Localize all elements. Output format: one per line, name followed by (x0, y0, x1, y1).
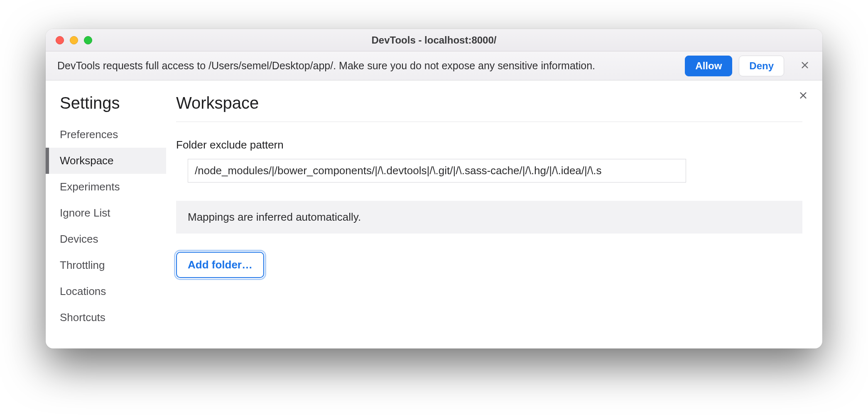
sidebar-item-label: Devices (60, 233, 98, 245)
sidebar-item-label: Experiments (60, 180, 120, 193)
access-request-bar: DevTools requests full access to /Users/… (46, 51, 822, 80)
dismiss-notification-button[interactable] (796, 57, 814, 75)
mappings-info: Mappings are inferred automatically. (176, 201, 802, 234)
sidebar-item-devices[interactable]: Devices (46, 226, 166, 252)
sidebar-item-locations[interactable]: Locations (46, 278, 166, 305)
sidebar-item-preferences[interactable]: Preferences (46, 122, 166, 148)
titlebar: DevTools - localhost:8000/ (46, 29, 822, 51)
panel-title: Workspace (176, 94, 802, 122)
minimize-window-button[interactable] (70, 36, 78, 44)
workspace-panel: Workspace Folder exclude pattern Mapping… (166, 80, 822, 348)
sidebar-item-experiments[interactable]: Experiments (46, 174, 166, 200)
sidebar-item-throttling[interactable]: Throttling (46, 252, 166, 278)
close-icon (799, 91, 808, 102)
sidebar-item-label: Preferences (60, 128, 118, 141)
add-folder-button[interactable]: Add folder… (176, 252, 264, 278)
close-settings-button[interactable] (796, 89, 811, 104)
sidebar-item-label: Locations (60, 285, 106, 297)
sidebar-item-label: Throttling (60, 259, 105, 271)
traffic-lights (56, 36, 92, 44)
close-window-button[interactable] (56, 36, 64, 44)
settings-sidebar: Settings Preferences Workspace Experimen… (46, 80, 166, 348)
sidebar-item-workspace[interactable]: Workspace (46, 148, 166, 174)
devtools-window: DevTools - localhost:8000/ DevTools requ… (46, 29, 822, 348)
window-title: DevTools - localhost:8000/ (46, 34, 822, 46)
sidebar-item-ignore-list[interactable]: Ignore List (46, 200, 166, 226)
deny-button[interactable]: Deny (739, 56, 784, 76)
maximize-window-button[interactable] (84, 36, 92, 44)
allow-button[interactable]: Allow (685, 56, 732, 76)
sidebar-item-label: Ignore List (60, 207, 110, 219)
sidebar-item-shortcuts[interactable]: Shortcuts (46, 305, 166, 331)
exclude-pattern-input[interactable] (188, 159, 686, 183)
settings-heading: Settings (46, 94, 166, 122)
access-request-message: DevTools requests full access to /Users/… (57, 60, 678, 72)
exclude-pattern-label: Folder exclude pattern (176, 139, 802, 151)
settings-body: Settings Preferences Workspace Experimen… (46, 80, 822, 348)
sidebar-item-label: Workspace (60, 154, 114, 167)
close-icon (800, 61, 809, 71)
sidebar-item-label: Shortcuts (60, 311, 105, 324)
